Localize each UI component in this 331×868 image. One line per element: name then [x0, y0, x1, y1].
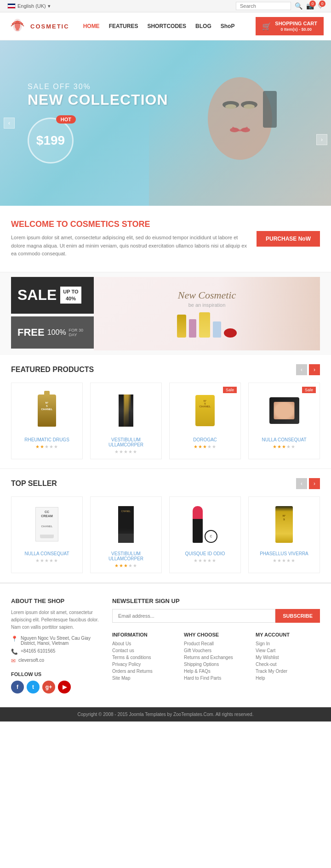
phone-item: 📞 +84165 6101565 — [11, 648, 103, 655]
featured-nav: ‹ › — [296, 364, 320, 375]
search-area: 🔍 📷 0 ♡ 0 — [236, 2, 324, 10]
product-name: PHASELLUS VIVERRA — [253, 551, 315, 556]
product-card[interactable]: N°5CHANEL RHEUMATIC DRUGS ★★★★★ — [11, 383, 83, 459]
footer-link[interactable]: Contact us — [112, 648, 177, 653]
youtube-button[interactable]: ▶ — [58, 681, 71, 693]
footer-link[interactable]: Returns and Exchanges — [184, 655, 248, 660]
topseller-grid: CCCREAM CHANEL NULLA CONSEQUAT ★★★★★ CHA… — [11, 496, 320, 573]
footer-link[interactable]: Site Map — [112, 676, 177, 681]
featured-prev[interactable]: ‹ — [296, 364, 307, 375]
about-text: Lorem ipsum dolor sit amet, consectetur … — [11, 609, 103, 631]
logo-icon — [7, 16, 28, 36]
footer-link[interactable]: Help — [256, 676, 320, 681]
nav-blog[interactable]: BLOG — [195, 23, 211, 29]
product-card[interactable]: Sale NULLA CONSEQUAT ★★★★★ — [248, 383, 320, 459]
info-column: INFORMATION About Us Contact us Terms & … — [112, 632, 177, 682]
product-card[interactable]: CCCREAM CHANEL NULLA CONSEQUAT ★★★★★ — [11, 496, 83, 573]
footer-link[interactable]: Check-out — [256, 662, 320, 667]
welcome-text: WELCOME TO COSMETICS STORE Lorem ipsum d… — [11, 220, 247, 258]
nav-shop[interactable]: ShoP — [221, 23, 235, 29]
account-title: MY ACCOUNT — [256, 632, 320, 637]
product-name: VESTIBULUM ULLAMCORPER — [95, 551, 157, 561]
topseller-next[interactable]: › — [309, 478, 320, 489]
camera-badge: 0 — [309, 0, 316, 7]
cart-items: 0 Item(s) - $0.00 — [280, 27, 312, 32]
footer-link[interactable]: Privacy Policy — [112, 662, 177, 667]
product-name: DOROGAC — [174, 437, 236, 442]
purchase-button[interactable]: PURCHASE NoW — [257, 231, 320, 247]
newsletter-section: NEWSLETTER SIGN UP SUBSCRIBE INFORMATION… — [112, 597, 320, 693]
product-image: N°5CHANEL — [16, 388, 78, 434]
product-image: C — [174, 502, 236, 547]
product-card[interactable]: CHANEL VESTIBULUM ULLAMCORPER ★★★★★ — [90, 496, 162, 573]
search-button[interactable]: 🔍 — [295, 2, 302, 10]
subscribe-button[interactable]: SUBSCRIBE — [275, 609, 320, 623]
nav-features[interactable]: FEATURES — [109, 23, 138, 29]
footer-link[interactable]: Track My Order — [256, 669, 320, 674]
product-stars: ★★★★★ — [16, 558, 78, 563]
footer-link[interactable]: My Wishlist — [256, 655, 320, 660]
promo-free-banner[interactable]: FREE 100% FOR 30 DAY — [11, 316, 94, 349]
svg-rect-10 — [263, 91, 277, 128]
promo-tagline: be an inspiration — [177, 302, 237, 308]
promo-brand: New Cosmetic — [177, 289, 237, 301]
footer-link[interactable]: Gift Vouchers — [184, 648, 248, 653]
phone-icon: 📞 — [11, 648, 18, 655]
cart-button[interactable]: 🛒 SHOPPING CART 0 Item(s) - $0.00 — [256, 17, 324, 35]
twitter-button[interactable]: t — [27, 681, 40, 693]
footer-link[interactable]: Sign In — [256, 641, 320, 646]
svg-point-9 — [241, 128, 250, 132]
product-image — [253, 388, 315, 434]
footer-link[interactable]: Product Recall — [184, 641, 248, 646]
product-card[interactable]: N°5 PHASELLUS VIVERRA ★★★★★ — [248, 496, 320, 573]
googleplus-button[interactable]: g+ — [42, 681, 55, 693]
promo-left: SALE UP TO 40% FREE 100% FOR 30 DAY — [11, 277, 94, 350]
product-card[interactable]: Sale N°5CHANEL DOROGAC ★★★★★ — [169, 383, 241, 459]
why-column: WHY CHOOSE Product Recall Gift Vouchers … — [184, 632, 248, 682]
promo-right-banner[interactable]: New Cosmetic be an inspiration — [94, 277, 320, 350]
chevron-down-icon: ▾ — [48, 3, 51, 9]
footer-link[interactable]: View Cart — [256, 648, 320, 653]
product-name: NULLA CONSEQUAT — [16, 551, 78, 556]
language-label: English (UK) — [17, 3, 46, 9]
language-selector[interactable]: English (UK) ▾ — [7, 3, 51, 9]
address-item: 📍 Nguyen Ngoc Vu Street, Cau Giay Distri… — [11, 636, 103, 646]
sale-label: SALE — [17, 287, 57, 304]
welcome-title: WELCOME TO COSMETICS STORE — [11, 220, 247, 229]
footer-link[interactable]: Orders and Returns — [112, 669, 177, 674]
nav-shortcodes[interactable]: SHORTCODES — [147, 23, 186, 29]
footer-link[interactable]: Shipping Options — [184, 662, 248, 667]
hero-prev-button[interactable]: ‹ — [4, 118, 15, 129]
product-image — [95, 388, 157, 434]
footer-link[interactable]: Terms & conditions — [112, 655, 177, 660]
svg-point-7 — [244, 104, 255, 109]
hero-banner: SALE OFF 30% NEW COLLECTION HOT $199 ‹ › — [0, 40, 331, 206]
facebook-button[interactable]: f — [11, 681, 24, 693]
logo[interactable]: COSMETIC — [7, 16, 69, 36]
hero-price: $199 — [36, 133, 65, 148]
newsletter-email-input[interactable] — [112, 609, 275, 623]
footer-link[interactable]: Hard to Find Parts — [184, 676, 248, 681]
product-name: RHEUMATIC DRUGS — [16, 437, 78, 442]
nav-home[interactable]: HOME — [83, 23, 100, 29]
top-bar: English (UK) ▾ 🔍 📷 0 ♡ 0 — [0, 0, 331, 12]
product-card[interactable]: C QUISQUE ID ODIO ★★★★★ — [169, 496, 241, 573]
search-input[interactable] — [236, 2, 291, 10]
product-stars: ★★★★★ — [95, 563, 157, 568]
footer-link[interactable]: Help & FAQs — [184, 669, 248, 674]
product-image: N°5CHANEL — [174, 388, 236, 434]
promo-sale-banner[interactable]: SALE UP TO 40% — [11, 277, 94, 314]
perfume-bottle-1: N°5CHANEL — [38, 395, 56, 427]
product-image: CCCREAM CHANEL — [16, 502, 78, 547]
footer-link[interactable]: About Us — [112, 641, 177, 646]
follow-title: FOLLOW US — [11, 671, 103, 677]
hero-next-button[interactable]: › — [316, 134, 327, 145]
hero-sale-text: SALE OFF 30% — [28, 83, 168, 91]
newsletter-form: SUBSCRIBE — [112, 609, 320, 623]
featured-next[interactable]: › — [309, 364, 320, 375]
topseller-prev[interactable]: ‹ — [296, 478, 307, 489]
product-card[interactable]: VESTIBULUM ULLAMCORPER ★★★★★ — [90, 383, 162, 459]
svg-point-3 — [208, 77, 272, 160]
footer-links: INFORMATION About Us Contact us Terms & … — [112, 632, 320, 682]
promo-section: SALE UP TO 40% FREE 100% FOR 30 DAY New … — [0, 272, 331, 355]
